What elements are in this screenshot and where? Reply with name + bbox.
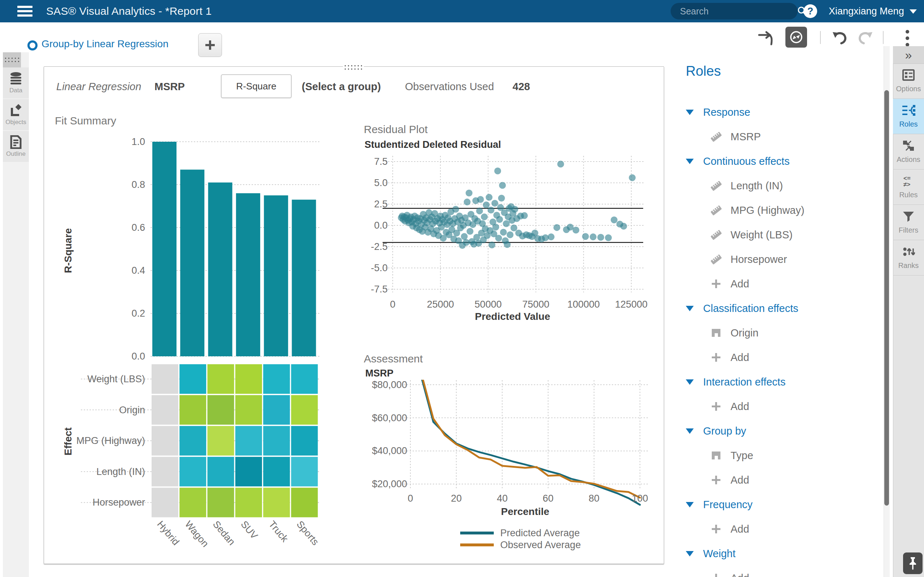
effect-cell[interactable] <box>235 395 262 425</box>
roles-section-group-by[interactable]: Group by <box>674 419 880 443</box>
roles-section-interaction-effects[interactable]: Interaction effects <box>674 370 880 394</box>
residual-point[interactable] <box>494 167 501 174</box>
sidebar-item-data[interactable]: Data <box>3 68 29 98</box>
residual-point[interactable] <box>553 224 560 231</box>
left-rail-drag-handle[interactable] <box>3 52 21 68</box>
effect-cell[interactable] <box>263 426 290 456</box>
residual-scatter-chart[interactable]: 02500050000750001000001250007.55.02.50.0… <box>357 153 657 326</box>
fit-summary-chart[interactable]: R-Square Effect 0.00.20.40.60.81.0Weight… <box>50 126 325 556</box>
assessment-line-chart[interactable]: 020406080100$20,000$40,000$60,000$80,000… <box>357 380 657 563</box>
residual-point[interactable] <box>477 196 484 203</box>
add-page-button[interactable] <box>198 33 222 57</box>
effect-cell[interactable] <box>263 364 290 394</box>
user-menu[interactable]: Xiangxiang Meng <box>829 6 904 17</box>
residual-point[interactable] <box>620 223 627 230</box>
residual-point[interactable] <box>590 233 597 240</box>
collapse-panel-icon[interactable]: » <box>893 46 924 64</box>
residual-point[interactable] <box>498 195 505 201</box>
residual-point[interactable] <box>467 228 473 235</box>
role-add-button[interactable]: Add <box>674 566 880 577</box>
effect-cell[interactable] <box>179 488 206 517</box>
residual-point[interactable] <box>461 233 468 240</box>
effect-cell[interactable] <box>235 488 262 517</box>
series-observed[interactable] <box>422 380 640 498</box>
role-add-button[interactable]: Add <box>674 345 880 370</box>
effect-cell[interactable] <box>291 488 318 517</box>
residual-point[interactable] <box>491 200 498 206</box>
residual-point[interactable] <box>495 235 502 242</box>
sidebar-item-outline[interactable]: Outline <box>3 131 29 162</box>
residual-point[interactable] <box>611 216 617 223</box>
help-icon[interactable]: ? <box>803 4 817 18</box>
fit-bar-Sedan[interactable] <box>208 182 233 356</box>
undo-icon[interactable] <box>830 29 849 48</box>
residual-point[interactable] <box>499 182 506 189</box>
role-add-button[interactable]: Add <box>674 394 880 419</box>
effect-cell[interactable] <box>263 457 290 487</box>
collapse-triangle-icon[interactable] <box>686 379 694 385</box>
role-add-button[interactable]: Add <box>674 468 880 492</box>
residual-point[interactable] <box>476 207 483 214</box>
residual-point[interactable] <box>507 231 514 238</box>
effect-cell[interactable] <box>152 426 178 456</box>
fit-bar-Truck[interactable] <box>264 195 288 356</box>
residual-point[interactable] <box>464 199 471 206</box>
panel-tab-options[interactable]: Options <box>893 63 924 99</box>
collapse-triangle-icon[interactable] <box>686 429 694 434</box>
effect-cell[interactable] <box>291 457 318 487</box>
residual-point[interactable] <box>463 239 470 246</box>
residual-point[interactable] <box>542 234 549 241</box>
fit-bar-Hybrid[interactable] <box>152 142 176 356</box>
panel-tab-roles[interactable]: Roles <box>893 99 924 134</box>
residual-point[interactable] <box>440 235 447 242</box>
residual-point[interactable] <box>500 229 507 235</box>
role-item-weight-lbs-[interactable]: Weight (LBS) <box>674 222 880 247</box>
residual-point[interactable] <box>488 242 495 248</box>
select-group-hint[interactable]: (Select a group) <box>302 81 381 93</box>
panel-tab-filters[interactable]: Filters <box>893 205 924 240</box>
pin-panel-button[interactable] <box>903 553 922 574</box>
collapse-triangle-icon[interactable] <box>686 502 694 508</box>
effect-cell[interactable] <box>208 426 234 456</box>
present-report-icon[interactable] <box>756 29 775 48</box>
residual-point[interactable] <box>483 201 490 208</box>
effect-cell[interactable] <box>208 457 234 487</box>
residual-point[interactable] <box>504 241 511 248</box>
roles-scrollbar-thumb[interactable] <box>884 90 889 506</box>
effect-cell[interactable] <box>291 364 318 394</box>
search-input[interactable] <box>670 6 797 17</box>
sidebar-item-objects[interactable]: Objects <box>3 99 29 130</box>
object-drag-handle[interactable] <box>343 63 364 71</box>
role-item-msrp[interactable]: MSRP <box>674 124 880 149</box>
user-caret-icon[interactable] <box>909 10 917 14</box>
residual-point[interactable] <box>512 206 518 213</box>
effect-cell[interactable] <box>291 395 318 425</box>
roles-section-continuous-effects[interactable]: Continuous effects <box>674 149 880 174</box>
residual-point[interactable] <box>557 161 564 168</box>
panel-tab-actions[interactable]: Actions <box>893 134 924 169</box>
effect-cell[interactable] <box>208 395 234 425</box>
residual-point[interactable] <box>492 224 499 230</box>
residual-point[interactable] <box>572 226 579 233</box>
effect-cell[interactable] <box>263 488 290 517</box>
role-add-button[interactable]: Add <box>674 272 880 296</box>
role-item-length-in-[interactable]: Length (IN) <box>674 174 880 198</box>
residual-point[interactable] <box>548 233 554 240</box>
menu-hamburger-icon[interactable] <box>17 6 32 16</box>
residual-point[interactable] <box>496 216 503 223</box>
fit-bar-Sports[interactable] <box>292 200 316 356</box>
residual-point[interactable] <box>605 234 612 241</box>
fit-bar-SUV[interactable] <box>236 193 260 356</box>
role-item-mpg-highway-[interactable]: MPG (Highway) <box>674 198 880 222</box>
roles-section-classification-effects[interactable]: Classification effects <box>674 296 880 321</box>
roles-section-frequency[interactable]: Frequency <box>674 492 880 517</box>
role-item-origin[interactable]: Origin <box>674 321 880 345</box>
role-item-horsepower[interactable]: Horsepower <box>674 247 880 272</box>
role-add-button[interactable]: Add <box>674 517 880 541</box>
search-box[interactable] <box>670 3 798 19</box>
residual-point[interactable] <box>452 206 459 213</box>
panel-tab-ranks[interactable]: Ranks <box>893 240 924 276</box>
effect-cell[interactable] <box>263 395 290 425</box>
effect-cell[interactable] <box>179 364 206 394</box>
panel-tab-rules[interactable]: <=≠>Rules <box>893 169 924 205</box>
